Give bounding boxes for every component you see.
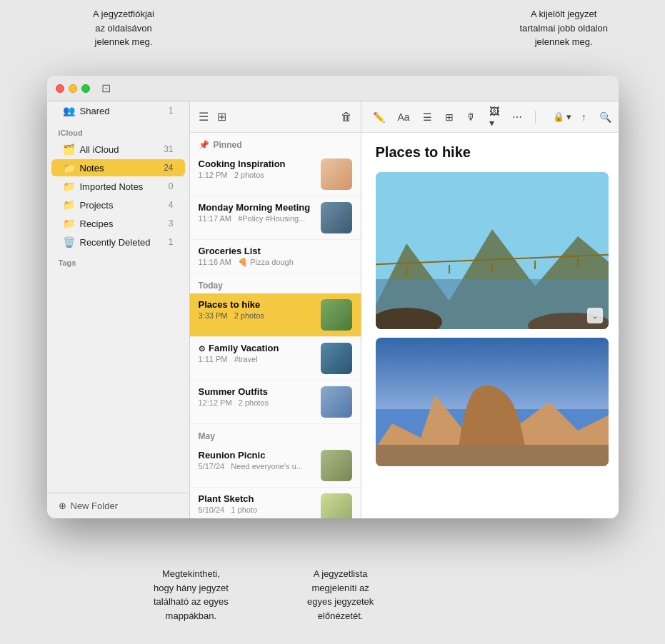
note-thumbnail — [321, 299, 352, 331]
lock-chevron: ▾ — [566, 111, 571, 122]
annotation-bottom-left: Megtekintheti,hogy hány jegyzettalálható… — [154, 567, 229, 623]
more-icon[interactable]: ⋯ — [509, 109, 525, 126]
new-folder-icon: ⊕ — [59, 500, 66, 511]
lock-button[interactable]: 🔒 ▾ — [553, 111, 571, 122]
svg-rect-14 — [376, 445, 609, 466]
note-thumbnail — [321, 450, 352, 481]
sidebar-item-count: 1 — [169, 106, 174, 116]
sidebar-item-recipes[interactable]: 📁 Recipes 3 — [51, 215, 185, 232]
traffic-lights — [56, 84, 90, 93]
sidebar-item-label: Shared — [80, 106, 163, 116]
pinned-group-label: 📌 Pinned — [190, 133, 361, 153]
detail-image-1: ⌄ — [376, 172, 609, 329]
folder-icon: 📁 — [63, 181, 74, 192]
icloud-section-label: iCloud — [47, 120, 189, 140]
folder-icon: 📁 — [63, 162, 74, 173]
note-thumbnail — [321, 159, 352, 190]
sidebar-item-label: Projects — [80, 200, 163, 211]
note-item-meeting[interactable]: Monday Morning Meeting 11:17 AM #Policy … — [190, 196, 361, 240]
chevron-down-icon: ⌄ — [592, 312, 598, 320]
note-detail-panel: ✏️ Aa ☰ ⊞ 🎙 🖼 ▾ ⋯ 🔒 ▾ ↑ 🔍 Places to hike — [361, 101, 619, 518]
annotation-top-right: A kijelölt jegyzettartalmai jobb oldalon… — [519, 7, 608, 49]
edit-icon[interactable]: ✏️ — [370, 109, 388, 126]
minimize-button[interactable] — [69, 84, 77, 93]
sidebar-item-all-icloud[interactable]: 🗂️ All iCloud 31 — [51, 141, 185, 158]
lock-icon: 🔒 — [553, 111, 564, 122]
annotation-top-left: A jegyzetfiókjaiaz oldalsávonjelennek me… — [93, 7, 154, 49]
detail-image-2 — [376, 338, 609, 466]
main-content: 👥 Shared 1 iCloud 🗂️ All iCloud 31 📁 Not… — [47, 101, 619, 518]
note-thumbnail — [321, 343, 352, 374]
note-item-plant[interactable]: Plant Sketch 5/10/24 1 photo — [190, 488, 361, 518]
note-item-hike[interactable]: Places to hike 3:33 PM 2 photos — [190, 293, 361, 337]
sidebar-item-shared[interactable]: 👥 Shared 1 — [51, 102, 185, 119]
sidebar-item-recently-deleted[interactable]: 🗑️ Recently Deleted 1 — [51, 233, 185, 251]
share-icon[interactable]: ↑ — [579, 109, 589, 126]
title-bar: ⊡ — [47, 76, 619, 101]
note-item-vacation[interactable]: ⊙ Family Vacation 1:11 PM #travel — [190, 337, 361, 381]
expand-button[interactable]: ⌄ — [587, 308, 603, 323]
sidebar-item-count: 0 — [169, 181, 174, 191]
detail-toolbar: ✏️ Aa ☰ ⊞ 🎙 🖼 ▾ ⋯ 🔒 ▾ ↑ 🔍 — [361, 101, 619, 133]
list-view-icon[interactable]: ☰ — [199, 110, 209, 124]
sidebar-item-notes[interactable]: 📁 Notes 24 — [51, 159, 185, 176]
sidebar-toggle-button[interactable]: ⊡ — [101, 81, 111, 95]
note-item-groceries[interactable]: Groceries List 11:16 AM 🍕 Pizza dough — [190, 240, 361, 273]
sidebar: 👥 Shared 1 iCloud 🗂️ All iCloud 31 📁 Not… — [47, 101, 190, 518]
grid-view-icon[interactable]: ⊞ — [217, 110, 226, 124]
may-group-label: May — [190, 424, 361, 444]
app-window: ⊡ 👥 Shared 1 iCloud 🗂️ All iCloud 31 📁 N… — [47, 76, 619, 518]
notes-list-panel: ☰ ⊞ 🗑 📌 Pinned Cooking Inspiration 1:12 … — [190, 101, 361, 518]
sidebar-item-label: Notes — [80, 163, 159, 173]
annotation-bottom-right: A jegyzetlistamegjeleníti azegyes jegyze… — [307, 567, 374, 623]
detail-note-title: Places to hike — [376, 144, 609, 161]
note-thumbnail — [321, 493, 352, 518]
sidebar-item-projects[interactable]: 📁 Projects 4 — [51, 196, 185, 213]
maximize-button[interactable] — [81, 84, 90, 93]
note-item-reunion[interactable]: Reunion Picnic 5/17/24 Need everyone's u… — [190, 444, 361, 488]
table-icon[interactable]: ⊞ — [442, 109, 456, 126]
notes-list-toolbar: ☰ ⊞ 🗑 — [190, 101, 361, 133]
attachment-icon[interactable]: 🖼 ▾ — [486, 103, 502, 131]
folder-icon: 🗂️ — [63, 144, 74, 155]
sidebar-item-count: 3 — [169, 218, 174, 228]
audio-icon[interactable]: 🎙 — [464, 109, 479, 126]
detail-content: Places to hike — [361, 133, 619, 518]
new-folder-label: New Folder — [71, 500, 118, 511]
sidebar-item-label: Imported Notes — [80, 181, 163, 192]
pin-icon: 📌 — [199, 140, 209, 150]
checklist-icon[interactable]: ☰ — [420, 109, 435, 126]
delete-note-icon[interactable]: 🗑 — [341, 111, 352, 124]
shared-note-icon: ⊙ — [199, 344, 205, 353]
sidebar-item-label: Recipes — [80, 218, 163, 229]
folder-icon: 📁 — [63, 218, 74, 229]
notes-scroll-area[interactable]: 📌 Pinned Cooking Inspiration 1:12 PM 2 p… — [190, 133, 361, 518]
sidebar-item-count: 31 — [164, 144, 173, 154]
sidebar-item-imported-notes[interactable]: 📁 Imported Notes 0 — [51, 178, 185, 195]
sidebar-item-count: 4 — [169, 200, 174, 210]
folder-icon: 📁 — [63, 199, 74, 211]
search-icon[interactable]: 🔍 — [596, 109, 614, 126]
sidebar-item-count: 24 — [164, 163, 173, 173]
note-item-outfits[interactable]: Summer Outfits 12:12 PM 2 photos — [190, 381, 361, 424]
today-group-label: Today — [190, 273, 361, 293]
sidebar-item-count: 1 — [169, 237, 174, 247]
sidebar-item-label: All iCloud — [80, 144, 159, 155]
note-item-cooking[interactable]: Cooking Inspiration 1:12 PM 2 photos — [190, 153, 361, 196]
note-thumbnail — [321, 202, 352, 233]
new-folder-button[interactable]: ⊕ New Folder — [47, 493, 189, 518]
close-button[interactable] — [56, 84, 64, 93]
sidebar-item-label: Recently Deleted — [80, 237, 163, 248]
note-thumbnail — [321, 386, 352, 418]
trash-icon: 🗑️ — [63, 236, 74, 248]
shared-icon: 👥 — [63, 105, 74, 116]
format-icon[interactable]: Aa — [395, 109, 413, 126]
tags-section-label: Tags — [47, 251, 189, 270]
